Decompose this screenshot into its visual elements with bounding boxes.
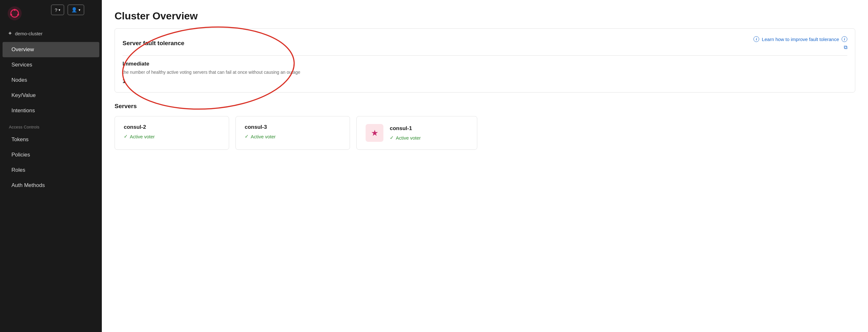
external-link-icon: ⧉ <box>844 44 847 50</box>
svg-point-4 <box>17 14 19 15</box>
user-chevron-icon: ▾ <box>79 8 81 12</box>
nav-label-policies: Policies <box>11 152 30 158</box>
user-icon: 👤 <box>71 7 77 13</box>
sidebar-item-roles[interactable]: Roles <box>3 163 99 178</box>
sidebar-item-auth-methods[interactable]: Auth Methods <box>3 178 99 193</box>
servers-grid: consul-2 ✓ Active voter consul-3 ✓ Activ… <box>115 116 855 150</box>
svg-point-2 <box>14 9 16 11</box>
servers-title: Servers <box>115 103 855 110</box>
tolerance-value: 1 <box>123 78 847 85</box>
svg-point-3 <box>10 14 12 15</box>
cluster-name-label: demo-cluster <box>15 31 43 36</box>
nav-label-nodes: Nodes <box>11 77 27 83</box>
sidebar-item-tokens[interactable]: Tokens <box>3 132 99 147</box>
nav-label-services: Services <box>11 62 32 68</box>
star-icon: ★ <box>371 128 378 138</box>
fault-tolerance-card: Server fault tolerance i Learn how to im… <box>115 28 855 93</box>
nav-label-tokens: Tokens <box>11 136 29 142</box>
star-icon-box: ★ <box>366 124 383 142</box>
nav-label-roles: Roles <box>11 167 25 173</box>
server-status-consul-2: ✓ Active voter <box>124 134 220 139</box>
main-content: Cluster Overview Server fault tolerance … <box>102 0 868 332</box>
server-name-consul-1: consul-1 <box>390 125 421 132</box>
tolerance-description: the number of healthy active voting serv… <box>123 69 847 76</box>
sidebar-item-nodes[interactable]: Nodes <box>3 72 99 88</box>
help-chevron-icon: ▾ <box>59 8 60 12</box>
card-header: Server fault tolerance i Learn how to im… <box>123 36 847 56</box>
sidebar-nav: Overview Services Nodes Key/Value Intent… <box>0 42 102 193</box>
server-card-consul-3: consul-3 ✓ Active voter <box>236 116 350 150</box>
tolerance-label: Immediate <box>123 61 847 67</box>
learn-link[interactable]: Learn how to improve fault tolerance <box>762 37 839 42</box>
nav-label-auth-methods: Auth Methods <box>11 182 45 188</box>
sidebar: ? ▾ 👤 ▾ ✦ demo-cluster Overview Services… <box>0 0 102 332</box>
help-button[interactable]: ? ▾ <box>51 4 64 15</box>
svg-point-0 <box>8 6 22 20</box>
page-title: Cluster Overview <box>102 0 868 28</box>
content-area: Server fault tolerance i Learn how to im… <box>102 28 868 163</box>
server-card-consul-2: consul-2 ✓ Active voter <box>115 116 229 150</box>
fault-tolerance-body: Immediate the number of healthy active v… <box>123 61 847 85</box>
check-icon: ✓ <box>124 134 128 139</box>
nav-label-keyvalue: Key/Value <box>11 92 36 98</box>
sidebar-item-keyvalue[interactable]: Key/Value <box>3 88 99 103</box>
servers-section: Servers consul-2 ✓ Active voter consul-3… <box>115 103 855 150</box>
server-info-consul-1: consul-1 ✓ Active voter <box>390 125 421 140</box>
server-status-text-consul-1: Active voter <box>396 135 421 140</box>
sidebar-item-overview[interactable]: Overview <box>3 42 99 57</box>
learn-link-text: Learn how to improve fault tolerance <box>762 37 839 42</box>
info-icon-2: i <box>842 36 847 42</box>
check-icon-2: ✓ <box>245 134 249 139</box>
check-icon-3: ✓ <box>390 135 394 140</box>
sidebar-header: ? ▾ 👤 ▾ <box>0 0 102 27</box>
card-link-area: i Learn how to improve fault tolerance i… <box>753 36 847 50</box>
cluster-icon: ✦ <box>8 30 12 37</box>
help-icon: ? <box>55 7 57 13</box>
nav-label-overview: Overview <box>11 46 34 53</box>
server-card-consul-1: ★ consul-1 ✓ Active voter <box>356 116 477 150</box>
user-button[interactable]: 👤 ▾ <box>67 4 84 15</box>
access-controls-section-label: Access Controls <box>0 118 102 132</box>
server-status-text-consul-2: Active voter <box>130 134 155 139</box>
sidebar-item-services[interactable]: Services <box>3 57 99 72</box>
server-name-consul-2: consul-2 <box>124 124 220 130</box>
sidebar-item-intentions[interactable]: Intentions <box>3 103 99 118</box>
server-status-text-consul-3: Active voter <box>251 134 276 139</box>
info-icon: i <box>753 36 759 42</box>
server-status-consul-3: ✓ Active voter <box>245 134 341 139</box>
nav-label-intentions: Intentions <box>11 107 35 113</box>
sidebar-item-policies[interactable]: Policies <box>3 147 99 163</box>
fault-tolerance-title: Server fault tolerance <box>123 40 184 47</box>
consul-logo-icon <box>8 6 22 20</box>
cluster-selector[interactable]: ✦ demo-cluster <box>0 27 102 42</box>
server-name-consul-3: consul-3 <box>245 124 341 130</box>
server-status-consul-1: ✓ Active voter <box>390 135 421 140</box>
